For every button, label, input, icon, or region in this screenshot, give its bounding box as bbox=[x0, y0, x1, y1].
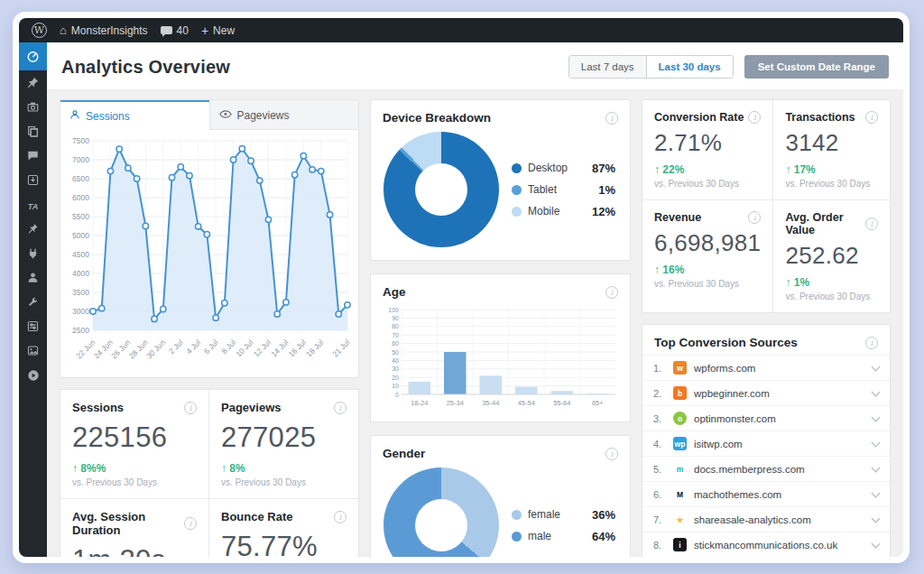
tab-sessions[interactable]: Sessions bbox=[60, 100, 209, 130]
gender-donut-chart[interactable] bbox=[383, 468, 499, 557]
star-favicon: ★ bbox=[673, 513, 687, 526]
site-menu[interactable]: ⌂ MonsterInsights bbox=[60, 24, 148, 37]
chevron-down-icon[interactable] bbox=[872, 539, 881, 548]
svg-text:3500: 3500 bbox=[72, 288, 89, 297]
ta-icon: TA bbox=[28, 197, 38, 213]
chevron-down-icon[interactable] bbox=[872, 438, 881, 447]
tools-icon bbox=[27, 296, 39, 308]
sidebar-item-pin[interactable] bbox=[19, 70, 47, 95]
chevron-down-icon[interactable] bbox=[872, 463, 881, 472]
info-icon[interactable]: i bbox=[865, 218, 878, 230]
device-breakdown-card: Device Breakdown i Desktop87%Tablet1%Mob… bbox=[370, 99, 631, 261]
svg-text:70: 70 bbox=[392, 332, 399, 338]
sidebar-item-ta[interactable]: TA bbox=[19, 192, 47, 217]
sidebar-item-media[interactable] bbox=[19, 95, 47, 119]
dashboard-icon bbox=[26, 50, 40, 63]
traffic-kpi-card: Sessionsi225156↑ 8%%vs. Previous 30 Days… bbox=[60, 389, 359, 557]
source-row-shareasale-analytics.com[interactable]: 7.★shareasale-analytics.com bbox=[642, 506, 890, 532]
kpi-conversion-rate: Conversion Ratei2.71%↑ 22%vs. Previous 3… bbox=[642, 100, 773, 200]
svg-text:18 Jul: 18 Jul bbox=[304, 338, 325, 358]
optinmonster-favicon: o bbox=[673, 412, 687, 425]
svg-text:25-34: 25-34 bbox=[447, 399, 464, 407]
info-icon[interactable]: i bbox=[184, 402, 197, 414]
info-icon[interactable]: i bbox=[865, 337, 878, 349]
kpi-delta: ↑ 22% bbox=[654, 163, 761, 176]
svg-text:10 Jul: 10 Jul bbox=[234, 338, 254, 358]
tab-pageviews[interactable]: Pageviews bbox=[209, 100, 359, 130]
svg-text:30 Jun: 30 Jun bbox=[144, 338, 167, 360]
sidebar-item-plug[interactable] bbox=[19, 241, 47, 265]
source-row-docs.memberpress.com[interactable]: 5.mdocs.memberpress.com bbox=[642, 456, 890, 481]
sidebar-item-image[interactable] bbox=[19, 338, 47, 363]
info-icon[interactable]: i bbox=[748, 111, 761, 124]
chevron-down-icon[interactable] bbox=[872, 387, 881, 396]
source-row-isitwp.com[interactable]: 4.wpisitwp.com bbox=[642, 430, 890, 456]
svg-text:7000: 7000 bbox=[72, 155, 89, 164]
kpi-compare-label: vs. Previous 30 Days bbox=[221, 477, 346, 487]
source-row-wpforms.com[interactable]: 1.wwpforms.com bbox=[642, 355, 890, 380]
gender-card: Gender i female36%male64% bbox=[370, 435, 631, 557]
info-icon[interactable]: i bbox=[748, 211, 761, 224]
kpi-delta: ↑ 16% bbox=[654, 264, 761, 276]
svg-text:80: 80 bbox=[392, 323, 399, 329]
chevron-down-icon[interactable] bbox=[872, 362, 881, 371]
plug-icon bbox=[27, 247, 39, 259]
legend-male: male64% bbox=[512, 530, 615, 543]
legend-tablet: Tablet1% bbox=[512, 183, 615, 197]
image-icon bbox=[27, 345, 39, 356]
source-row-machothemes.com[interactable]: 6.Mmachothemes.com bbox=[642, 481, 890, 506]
chevron-down-icon[interactable] bbox=[872, 488, 881, 497]
info-icon[interactable]: i bbox=[334, 511, 346, 523]
sidebar-item-users[interactable] bbox=[19, 265, 47, 290]
pushpin-icon bbox=[27, 223, 39, 235]
info-icon[interactable]: i bbox=[605, 112, 618, 125]
range-button-last-7-days[interactable]: Last 7 days bbox=[569, 56, 646, 78]
sessions-line-chart[interactable]: 2500300035004000450050005500600065007000… bbox=[60, 132, 356, 374]
wp-sidebar: TA bbox=[19, 42, 47, 557]
comments-menu[interactable]: 40 bbox=[161, 24, 189, 37]
svg-text:30: 30 bbox=[392, 366, 399, 372]
info-icon[interactable]: i bbox=[334, 402, 346, 414]
kpi-sessions: Sessionsi225156↑ 8%%vs. Previous 30 Days bbox=[60, 390, 209, 499]
new-menu[interactable]: + New bbox=[201, 24, 235, 37]
sidebar-item-dashboard[interactable] bbox=[19, 42, 47, 70]
age-bar-chart[interactable]: 010203040506070809010018-2425-3435-4445-… bbox=[378, 304, 621, 411]
comments-icon bbox=[161, 26, 172, 34]
wordpress-logo-icon[interactable]: W bbox=[32, 23, 47, 38]
info-icon[interactable]: i bbox=[184, 517, 197, 530]
info-icon[interactable]: i bbox=[605, 448, 618, 460]
sidebar-item-tools[interactable] bbox=[19, 290, 47, 314]
wp-admin-bar: W ⌂ MonsterInsights 40 + New bbox=[19, 18, 903, 42]
svg-text:55-64: 55-64 bbox=[553, 399, 570, 407]
sidebar-item-download[interactable] bbox=[19, 168, 47, 192]
chevron-down-icon[interactable] bbox=[872, 412, 881, 421]
svg-text:2500: 2500 bbox=[72, 326, 89, 335]
sidebar-item-pushpin[interactable] bbox=[19, 217, 47, 241]
pin-icon bbox=[27, 77, 39, 88]
sidebar-item-play[interactable] bbox=[19, 363, 47, 387]
chevron-down-icon[interactable] bbox=[872, 514, 881, 523]
sidebar-item-comments[interactable] bbox=[19, 144, 47, 168]
device-donut-chart[interactable] bbox=[383, 132, 499, 247]
legend-desktop: Desktop87% bbox=[512, 162, 615, 175]
new-label: New bbox=[213, 24, 235, 37]
source-row-stickmancommunications.co.uk[interactable]: 8.istickmancommunications.co.uk bbox=[642, 532, 890, 557]
sidebar-item-pages[interactable] bbox=[19, 119, 47, 144]
range-button-last-30-days[interactable]: Last 30 days bbox=[646, 56, 733, 78]
wpforms-favicon: w bbox=[673, 361, 687, 375]
plus-icon: + bbox=[201, 24, 208, 37]
set-custom-date-range-button[interactable]: Set Custom Date Range bbox=[744, 55, 889, 79]
kpi-avg-order-value: Avg. Order Valuei252.62↑ 1%vs. Previous … bbox=[773, 200, 890, 312]
sidebar-item-settings[interactable] bbox=[19, 314, 47, 338]
comments-icon bbox=[27, 150, 39, 162]
svg-text:3000: 3000 bbox=[72, 307, 89, 316]
source-row-wpbeginner.com[interactable]: 2.bwpbeginner.com bbox=[642, 380, 890, 405]
svg-text:6 Jul: 6 Jul bbox=[202, 338, 220, 356]
source-row-optinmonster.com[interactable]: 3.ooptinmonster.com bbox=[642, 405, 890, 430]
info-icon[interactable]: i bbox=[865, 111, 878, 124]
svg-text:5000: 5000 bbox=[72, 231, 89, 240]
kpi-value: 225156 bbox=[72, 421, 197, 454]
svg-text:16 Jul: 16 Jul bbox=[287, 338, 308, 358]
svg-text:0: 0 bbox=[395, 392, 399, 398]
info-icon[interactable]: i bbox=[605, 286, 618, 299]
